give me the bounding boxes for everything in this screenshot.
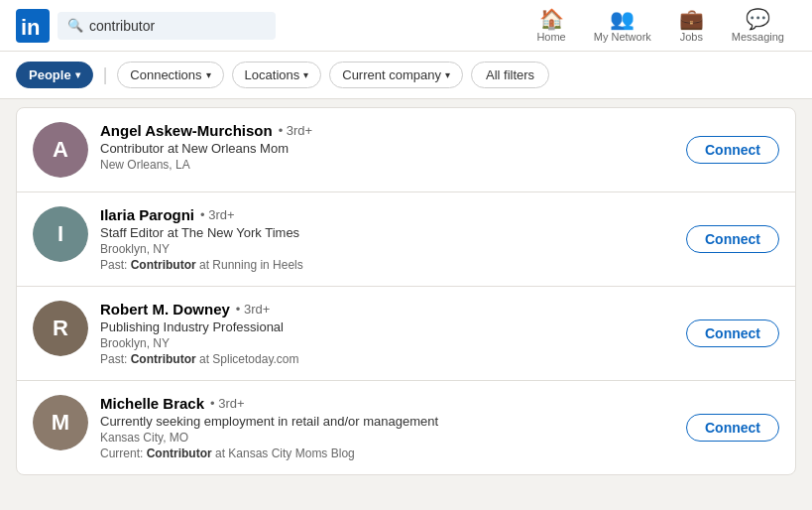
avatar: R xyxy=(33,301,88,356)
connections-chevron-icon: ▾ xyxy=(206,69,211,80)
person-location: Brooklyn, NY xyxy=(100,336,686,350)
person-name: Robert M. Downey xyxy=(100,301,230,318)
avatar: M xyxy=(33,395,88,450)
nav-my-network-label: My Network xyxy=(594,31,651,43)
filter-connections[interactable]: Connections ▾ xyxy=(117,62,223,88)
person-info: Michelle Brack • 3rd+ Currently seeking … xyxy=(100,395,686,460)
messaging-icon: 💬 xyxy=(746,9,770,29)
person-location: Brooklyn, NY xyxy=(100,242,686,256)
filter-current-company[interactable]: Current company ▾ xyxy=(329,62,463,88)
person-title: Staff Editor at The New York Times xyxy=(100,225,686,240)
current-company-chevron-icon: ▾ xyxy=(445,69,450,80)
connect-button[interactable]: Connect xyxy=(686,225,779,253)
search-bar: 🔍 xyxy=(58,12,276,40)
filter-locations[interactable]: Locations ▾ xyxy=(232,62,322,88)
person-name: Ilaria Parogni xyxy=(100,206,194,223)
current-prefix: Current: xyxy=(100,446,147,460)
connect-button[interactable]: Connect xyxy=(686,136,779,164)
filter-people-label: People xyxy=(29,67,71,82)
connect-label: Connect xyxy=(705,142,760,158)
past-suffix: at Splicetoday.com xyxy=(196,352,299,366)
person-name: Angel Askew-Murchison xyxy=(100,122,273,139)
connect-label: Connect xyxy=(705,325,760,341)
avatar-initials: M xyxy=(33,395,88,450)
connect-button[interactable]: Connect xyxy=(686,414,779,442)
linkedin-logo: in xyxy=(16,9,50,43)
person-current: Current: Contributor at Kansas City Moms… xyxy=(100,446,686,460)
svg-text:in: in xyxy=(21,15,41,40)
person-degree: • 3rd+ xyxy=(236,302,271,317)
nav-jobs-label: Jobs xyxy=(680,31,703,43)
jobs-icon: 💼 xyxy=(679,9,704,29)
search-input[interactable] xyxy=(89,18,266,34)
filter-all-label: All filters xyxy=(486,67,534,82)
nav-messaging-label: Messaging xyxy=(732,31,784,43)
person-location: New Orleans, LA xyxy=(100,158,686,172)
avatar-initials: R xyxy=(33,301,88,356)
person-title: Contributor at New Orleans Mom xyxy=(100,141,686,156)
nav-messaging[interactable]: 💬 Messaging xyxy=(720,3,796,49)
person-info: Robert M. Downey • 3rd+ Publishing Indus… xyxy=(100,301,686,366)
nav-home[interactable]: 🏠 Home xyxy=(524,3,577,49)
past-suffix: at Running in Heels xyxy=(196,258,303,272)
person-info: Ilaria Parogni • 3rd+ Staff Editor at Th… xyxy=(100,206,686,272)
home-icon: 🏠 xyxy=(539,9,564,29)
person-name-row: Michelle Brack • 3rd+ xyxy=(100,395,686,412)
connect-button[interactable]: Connect xyxy=(686,319,779,347)
nav-home-label: Home xyxy=(536,31,565,43)
current-suffix: at Kansas City Moms Blog xyxy=(212,446,355,460)
past-prefix: Past: xyxy=(100,352,131,366)
person-location: Kansas City, MO xyxy=(100,431,686,445)
search-icon: 🔍 xyxy=(67,18,83,33)
connect-label: Connect xyxy=(705,420,760,436)
avatar-initials: A xyxy=(33,122,88,178)
table-row: M Michelle Brack • 3rd+ Currently seekin… xyxy=(17,381,795,474)
person-title: Publishing Industry Professional xyxy=(100,319,686,334)
filter-current-company-label: Current company xyxy=(342,67,441,82)
avatar: I xyxy=(33,206,88,262)
person-degree: • 3rd+ xyxy=(210,396,245,411)
avatar-initials: I xyxy=(33,206,88,262)
person-past: Past: Contributor at Running in Heels xyxy=(100,258,686,272)
connect-label: Connect xyxy=(705,231,760,247)
filter-people[interactable]: People ▾ xyxy=(16,62,93,88)
people-chevron-icon: ▾ xyxy=(75,69,80,80)
person-name-row: Ilaria Parogni • 3rd+ xyxy=(100,206,686,223)
person-name-row: Angel Askew-Murchison • 3rd+ xyxy=(100,122,686,139)
person-title: Currently seeking employment in retail a… xyxy=(100,414,686,429)
person-past: Past: Contributor at Splicetoday.com xyxy=(100,352,686,366)
person-degree: • 3rd+ xyxy=(279,123,313,138)
person-name: Michelle Brack xyxy=(100,395,204,412)
main-nav: 🏠 Home 👥 My Network 💼 Jobs 💬 Messaging xyxy=(524,3,796,49)
past-bold: Contributor xyxy=(131,258,196,272)
person-degree: • 3rd+ xyxy=(200,207,235,222)
filter-connections-label: Connections xyxy=(130,67,201,82)
table-row: A Angel Askew-Murchison • 3rd+ Contribut… xyxy=(17,108,795,192)
person-info: Angel Askew-Murchison • 3rd+ Contributor… xyxy=(100,122,686,174)
filter-all[interactable]: All filters xyxy=(471,62,549,88)
table-row: I Ilaria Parogni • 3rd+ Staff Editor at … xyxy=(17,192,795,287)
past-bold: Contributor xyxy=(131,352,196,366)
results-list: A Angel Askew-Murchison • 3rd+ Contribut… xyxy=(16,107,796,475)
person-name-row: Robert M. Downey • 3rd+ xyxy=(100,301,686,318)
header: in 🔍 🏠 Home 👥 My Network 💼 Jobs 💬 Messag… xyxy=(0,0,812,52)
past-prefix: Past: xyxy=(100,258,131,272)
current-bold: Contributor xyxy=(147,446,212,460)
nav-jobs[interactable]: 💼 Jobs xyxy=(667,3,716,49)
nav-my-network[interactable]: 👥 My Network xyxy=(582,3,663,49)
avatar: A xyxy=(33,122,88,178)
filter-bar: People ▾ | Connections ▾ Locations ▾ Cur… xyxy=(0,52,812,99)
table-row: R Robert M. Downey • 3rd+ Publishing Ind… xyxy=(17,287,795,381)
network-icon: 👥 xyxy=(610,9,635,29)
separator-1: | xyxy=(103,64,108,85)
filter-locations-label: Locations xyxy=(245,67,300,82)
locations-chevron-icon: ▾ xyxy=(303,69,308,80)
